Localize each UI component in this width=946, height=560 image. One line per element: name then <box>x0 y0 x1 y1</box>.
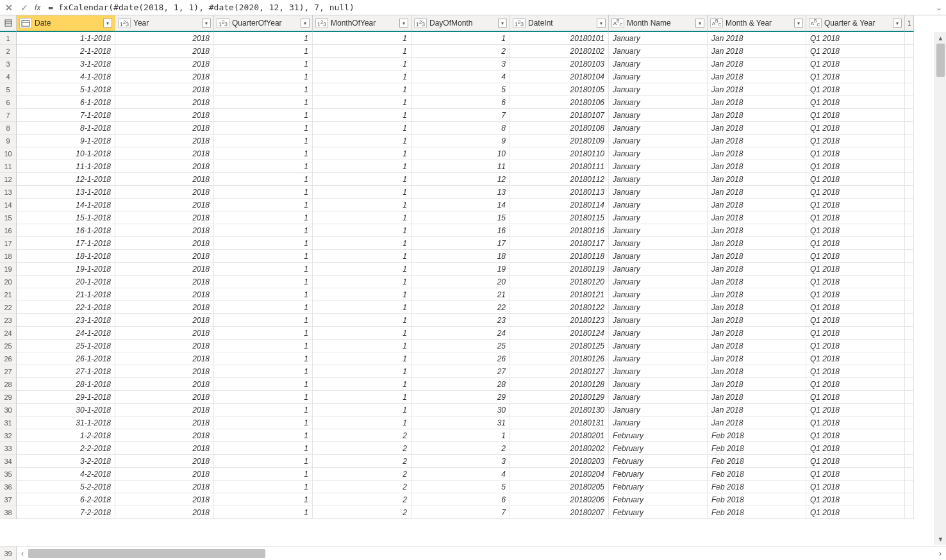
filter-dropdown-icon[interactable]: ▾ <box>893 19 902 28</box>
cell-year[interactable]: 2018 <box>115 352 214 365</box>
cell-monthname[interactable]: January <box>609 314 708 327</box>
table-row[interactable]: 365-2-2018201812520180205FebruaryFeb 201… <box>0 481 946 493</box>
table-row[interactable]: 66-1-2018201811620180106JanuaryJan 2018Q… <box>0 96 946 109</box>
cell-monthofyear[interactable]: 1 <box>313 211 411 224</box>
cell-year[interactable]: 2018 <box>115 96 214 109</box>
cell-monthyear[interactable]: Jan 2018 <box>708 314 806 327</box>
row-number[interactable]: 4 <box>0 70 17 83</box>
cell-quarteryear[interactable]: Q1 2018 <box>806 173 905 186</box>
cell-dayofmonth[interactable]: 2 <box>411 442 510 455</box>
cell-monthofyear[interactable]: 1 <box>313 327 411 340</box>
table-row[interactable]: 2424-1-20182018112420180124JanuaryJan 20… <box>0 327 946 340</box>
accept-formula-icon[interactable]: ✓ <box>19 3 29 13</box>
cell-monthofyear[interactable]: 1 <box>313 365 411 378</box>
cell-quarterofyear[interactable]: 1 <box>214 109 313 122</box>
table-row[interactable]: 354-2-2018201812420180204FebruaryFeb 201… <box>0 468 946 481</box>
table-row[interactable]: 332-2-2018201812220180202FebruaryFeb 201… <box>0 442 946 455</box>
cell-monthofyear[interactable]: 1 <box>313 122 411 135</box>
cell-year[interactable]: 2018 <box>115 288 214 301</box>
cell-monthname[interactable]: January <box>609 224 708 237</box>
cell-monthofyear[interactable]: 2 <box>313 455 411 468</box>
expand-formula-icon[interactable]: ⌄ <box>936 3 942 12</box>
cell-dateint[interactable]: 20180105 <box>510 83 609 96</box>
cell-dateint[interactable]: 20180102 <box>510 45 609 58</box>
table-row[interactable]: 387-2-2018201812720180207FebruaryFeb 201… <box>0 506 946 519</box>
row-number[interactable]: 16 <box>0 224 17 237</box>
cell-quarteryear[interactable]: Q1 2018 <box>806 340 905 352</box>
cell-quarterofyear[interactable]: 1 <box>214 327 313 340</box>
cell-monthname[interactable]: January <box>609 135 708 147</box>
cell-year[interactable]: 2018 <box>115 340 214 352</box>
cell-monthname[interactable]: February <box>609 429 708 442</box>
cell-quarteryear[interactable]: Q1 2018 <box>806 135 905 147</box>
cell-year[interactable]: 2018 <box>115 32 214 45</box>
cell-year[interactable]: 2018 <box>115 211 214 224</box>
cell-quarterofyear[interactable]: 1 <box>214 135 313 147</box>
cell-date[interactable]: 26-1-2018 <box>17 352 115 365</box>
number-type-icon[interactable]: 123 <box>315 18 328 28</box>
cell-monthyear[interactable]: Jan 2018 <box>708 378 806 391</box>
cell-monthyear[interactable]: Feb 2018 <box>708 481 806 493</box>
column-header-monthname[interactable]: ABCMonth Name▾ <box>609 15 708 32</box>
cell-monthyear[interactable]: Jan 2018 <box>708 199 806 211</box>
cell-year[interactable]: 2018 <box>115 506 214 519</box>
table-row[interactable]: 33-1-2018201811320180103JanuaryJan 2018Q… <box>0 58 946 70</box>
cell-year[interactable]: 2018 <box>115 237 214 250</box>
cell-monthyear[interactable]: Jan 2018 <box>708 416 806 429</box>
cell-monthyear[interactable]: Jan 2018 <box>708 70 806 83</box>
cell-year[interactable]: 2018 <box>115 455 214 468</box>
cell-monthname[interactable]: January <box>609 199 708 211</box>
cell-monthname[interactable]: January <box>609 250 708 263</box>
cell-dateint[interactable]: 20180110 <box>510 147 609 160</box>
cell-monthofyear[interactable]: 1 <box>313 199 411 211</box>
cell-year[interactable]: 2018 <box>115 45 214 58</box>
cell-monthyear[interactable]: Jan 2018 <box>708 404 806 416</box>
cell-dayofmonth[interactable]: 7 <box>411 506 510 519</box>
cell-dateint[interactable]: 20180108 <box>510 122 609 135</box>
row-number[interactable]: 6 <box>0 96 17 109</box>
cell-year[interactable]: 2018 <box>115 109 214 122</box>
cell-year[interactable]: 2018 <box>115 83 214 96</box>
vscroll-track[interactable] <box>935 44 946 533</box>
row-number[interactable]: 37 <box>0 493 17 506</box>
cell-year[interactable]: 2018 <box>115 224 214 237</box>
row-number[interactable]: 23 <box>0 314 17 327</box>
cell-monthofyear[interactable]: 1 <box>313 173 411 186</box>
cell-dayofmonth[interactable]: 2 <box>411 45 510 58</box>
cell-date[interactable]: 18-1-2018 <box>17 250 115 263</box>
cell-monthyear[interactable]: Jan 2018 <box>708 211 806 224</box>
cell-quarterofyear[interactable]: 1 <box>214 442 313 455</box>
row-number[interactable]: 13 <box>0 186 17 199</box>
cell-quarteryear[interactable]: Q1 2018 <box>806 160 905 173</box>
cell-date[interactable]: 19-1-2018 <box>17 263 115 276</box>
cell-date[interactable]: 4-2-2018 <box>17 468 115 481</box>
cell-year[interactable]: 2018 <box>115 70 214 83</box>
cell-monthname[interactable]: January <box>609 404 708 416</box>
cell-date[interactable]: 17-1-2018 <box>17 237 115 250</box>
cell-monthyear[interactable]: Jan 2018 <box>708 340 806 352</box>
cell-quarterofyear[interactable]: 1 <box>214 211 313 224</box>
cell-dayofmonth[interactable]: 7 <box>411 109 510 122</box>
cell-monthyear[interactable]: Jan 2018 <box>708 135 806 147</box>
row-number[interactable]: 14 <box>0 199 17 211</box>
cell-year[interactable]: 2018 <box>115 58 214 70</box>
table-row[interactable]: 2020-1-20182018112020180120JanuaryJan 20… <box>0 276 946 288</box>
column-header-dayofmonth[interactable]: 123DayOfMonth▾ <box>411 15 510 32</box>
cell-monthofyear[interactable]: 2 <box>313 506 411 519</box>
cell-date[interactable]: 27-1-2018 <box>17 365 115 378</box>
cell-year[interactable]: 2018 <box>115 147 214 160</box>
cell-monthname[interactable]: January <box>609 186 708 199</box>
cell-year[interactable]: 2018 <box>115 122 214 135</box>
table-row[interactable]: 3030-1-20182018113020180130JanuaryJan 20… <box>0 404 946 416</box>
cell-monthname[interactable]: January <box>609 83 708 96</box>
table-row[interactable]: 376-2-2018201812620180206FebruaryFeb 201… <box>0 493 946 506</box>
next-row-number[interactable]: 39 <box>0 547 17 561</box>
cell-monthyear[interactable]: Jan 2018 <box>708 32 806 45</box>
cell-dayofmonth[interactable]: 3 <box>411 455 510 468</box>
cell-dateint[interactable]: 20180128 <box>510 378 609 391</box>
cell-quarteryear[interactable]: Q1 2018 <box>806 276 905 288</box>
table-row[interactable]: 1414-1-20182018111420180114JanuaryJan 20… <box>0 199 946 211</box>
cell-monthofyear[interactable]: 1 <box>313 340 411 352</box>
cell-dateint[interactable]: 20180113 <box>510 186 609 199</box>
cell-quarteryear[interactable]: Q1 2018 <box>806 352 905 365</box>
